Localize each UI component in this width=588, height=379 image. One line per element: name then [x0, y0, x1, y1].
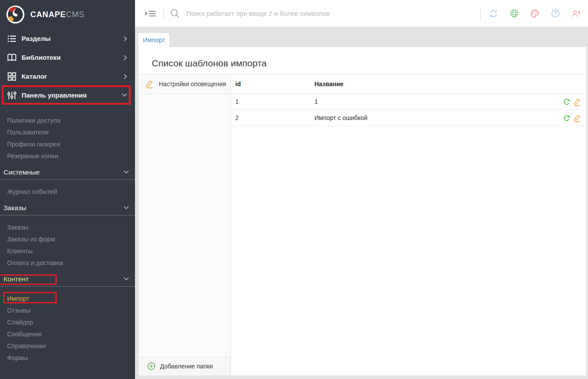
column-header-id: id [231, 80, 314, 87]
page-title: Список шаблонов импорта [139, 47, 586, 69]
sidebar-item-politiki-dostupa[interactable]: Политики доступа [0, 114, 135, 126]
search-bar [170, 8, 480, 19]
sidebar-item-oplata-i-dostavka[interactable]: Оплата и доставка [0, 257, 135, 269]
brand-logo[interactable]: CANAPECMS [0, 0, 135, 29]
row-actions [562, 113, 586, 123]
sidebar-item-zakazy[interactable]: Заказы [0, 221, 135, 233]
sidebar-item-soobshcheniya[interactable]: Сообщения [0, 328, 135, 340]
list-icon [6, 33, 18, 44]
add-circle-icon [147, 362, 156, 371]
sidebar-item-formy[interactable]: Формы [0, 352, 135, 364]
sidebar-item-label: Оплата и доставка [7, 259, 63, 266]
run-refresh-icon[interactable] [562, 113, 571, 123]
help-icon[interactable]: ? [551, 9, 560, 18]
sidebar-item-biblioteki[interactable]: Библиотеки [0, 48, 135, 67]
topbar: ? [135, 0, 588, 27]
sidebar: CANAPECMS Разделы Библиотеки Каталог [0, 0, 135, 379]
sidebar-item-import[interactable]: Импорт [0, 292, 135, 304]
edit-pencil-icon[interactable] [573, 97, 581, 106]
sidebar-item-label: Профили галереи [7, 141, 60, 148]
tab-import[interactable]: Импорт [139, 33, 169, 47]
sidebar-item-label: Каталог [22, 73, 123, 80]
sidebar-item-label: Журнал событий [7, 188, 57, 195]
sidebar-item-label: Справочники [7, 343, 46, 350]
topbar-actions: ? [489, 9, 588, 18]
sidebar-item-parent-dots[interactable]: . . [0, 105, 135, 114]
sidebar-item-polzovateli[interactable]: Пользователи [0, 126, 135, 138]
table-row[interactable]: 1 1 [231, 94, 586, 110]
run-refresh-icon[interactable] [562, 97, 571, 106]
sync-icon[interactable] [489, 9, 498, 18]
sidebar-section-label: Системные [4, 168, 124, 176]
table-row[interactable]: 2 Импорт с ошибкой [231, 110, 586, 126]
sidebar-item-label: Пользователи [7, 129, 49, 136]
palette-icon[interactable] [530, 9, 540, 18]
cell-id: 1 [231, 98, 314, 105]
chevron-right-icon [122, 74, 127, 79]
import-templates-table: id Название 1 1 2 [231, 74, 586, 375]
add-folder-button[interactable]: Добавление папки [139, 357, 230, 375]
canape-logo-icon [6, 5, 25, 24]
topbar-divider [480, 7, 481, 20]
add-folder-label: Добавление папки [160, 363, 213, 370]
sidebar-toggle-icon[interactable] [145, 9, 156, 18]
notification-settings-button[interactable]: Настройки оповещения [139, 74, 230, 94]
sidebar-item-otzyvy[interactable]: Отзывы [0, 304, 135, 316]
folders-panel: Настройки оповещения Добавление папки [139, 74, 231, 375]
chevron-down-icon [124, 204, 128, 209]
sidebar-item-label: Импорт [7, 295, 29, 302]
sidebar-item-slayder[interactable]: Слайдер [0, 316, 135, 328]
chevron-down-icon [124, 276, 128, 281]
sidebar-item-zhurnal-sobytiy[interactable]: Журнал событий [0, 186, 135, 197]
cell-name: 1 [314, 98, 562, 105]
sidebar-item-panel-upravleniya[interactable]: Панель управления [0, 86, 135, 105]
content-card: Список шаблонов импорта Настройки оповещ… [139, 47, 586, 375]
edit-pencil-icon[interactable] [573, 113, 581, 123]
chevron-down-icon [122, 91, 127, 96]
sidebar-item-label: Библиотеки [22, 54, 123, 61]
sidebar-item-spravochniki[interactable]: Справочники [0, 340, 135, 352]
chevron-down-icon [124, 169, 128, 174]
sidebar-section-label: Заказы [4, 204, 124, 212]
brand-name: CANAPECMS [30, 10, 84, 19]
search-icon [170, 8, 180, 19]
notification-settings-label: Настройки оповещения [159, 80, 226, 87]
sidebar-item-katalog[interactable]: Каталог [0, 67, 135, 86]
sidebar-item-label: Разделы [22, 35, 123, 42]
book-icon [6, 52, 18, 63]
row-actions [562, 97, 586, 106]
chevron-right-icon [122, 36, 127, 41]
sliders-icon [6, 90, 18, 101]
sidebar-item-label: Заказы [7, 224, 28, 231]
sidebar-item-klienty[interactable]: Клиенты [0, 245, 135, 257]
sidebar-item-label: Панель управления [22, 91, 123, 99]
grid-icon [6, 71, 18, 82]
sidebar-item-label: Формы [7, 354, 28, 361]
tab-label: Импорт [143, 36, 165, 44]
sidebar-item-razdely[interactable]: Разделы [0, 29, 135, 48]
topbar-divider [163, 6, 164, 21]
sidebar-item-label: Резервные копии [7, 153, 58, 160]
column-header-name: Название [314, 80, 586, 87]
search-input[interactable] [186, 10, 480, 17]
cell-name: Импорт с ошибкой [314, 114, 562, 121]
sidebar-item-label: Слайдер [7, 319, 33, 326]
globe-icon[interactable] [509, 9, 519, 18]
sidebar-item-label: Политики доступа [7, 117, 61, 124]
sidebar-item-zakazy-iz-form[interactable]: Заказы из форм [0, 233, 135, 245]
sidebar-item-label: Заказы из форм [7, 236, 55, 243]
table-header: id Название [231, 74, 586, 94]
svg-text:?: ? [554, 11, 557, 16]
sidebar-section-sistemnye[interactable]: Системные [0, 165, 135, 180]
sidebar-item-label: Отзывы [7, 307, 30, 314]
sidebar-item-rezervnye-kopii[interactable]: Резервные копии [0, 150, 135, 162]
user-icon[interactable] [571, 9, 581, 18]
sidebar-section-kontent[interactable]: Контент [0, 272, 135, 287]
sidebar-item-profili-galerei[interactable]: Профили галереи [0, 138, 135, 150]
sidebar-section-label: Контент [4, 275, 124, 283]
sidebar-item-label: Сообщения [7, 331, 42, 338]
chevron-right-icon [122, 55, 127, 60]
sidebar-section-zakazy[interactable]: Заказы [0, 201, 135, 215]
sidebar-item-label: Клиенты [7, 248, 33, 255]
edit-pencil-icon [145, 79, 154, 89]
